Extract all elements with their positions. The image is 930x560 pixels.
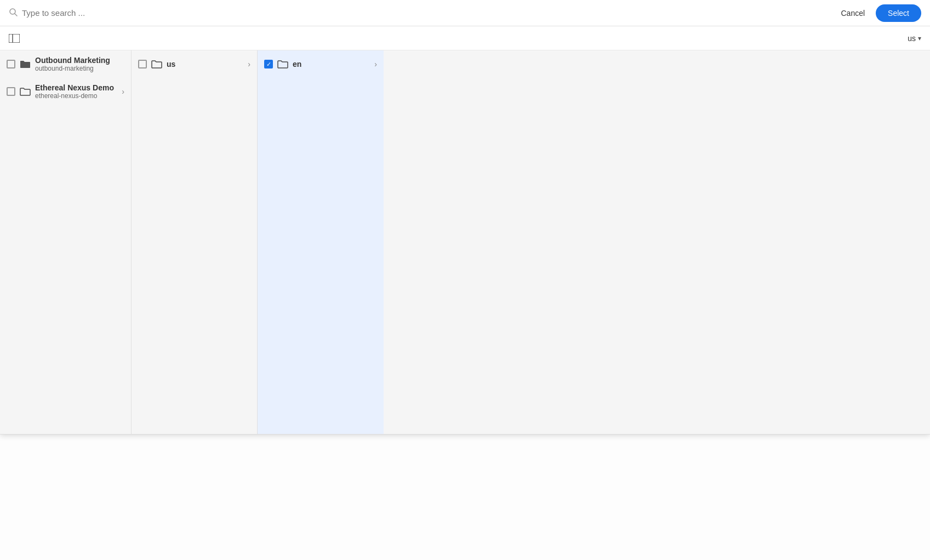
item-text-ethereal: Ethereal Nexus Demo ethereal-nexus-demo <box>35 83 117 100</box>
item-subtitle: outbound-marketing <box>35 65 124 72</box>
list-item[interactable]: Outbound Marketing outbound-marketing <box>0 50 131 78</box>
chevron-down-icon: ▾ <box>918 35 921 42</box>
column-2: us › <box>132 50 258 434</box>
column-3: en › <box>258 50 384 434</box>
breadcrumb: us ▾ <box>908 34 921 43</box>
folder-outline-icon <box>20 87 31 96</box>
list-item[interactable]: Ethereal Nexus Demo ethereal-nexus-demo … <box>0 78 131 105</box>
item-text-us: us <box>167 60 243 68</box>
svg-rect-2 <box>9 34 20 43</box>
folder-outline-icon <box>277 60 288 68</box>
column-browser: Outbound Marketing outbound-marketing Et… <box>0 50 930 434</box>
search-icon <box>9 8 18 19</box>
breadcrumb-current: us <box>908 34 916 43</box>
empty-area <box>384 50 930 434</box>
chevron-right-icon: › <box>122 87 124 96</box>
file-picker-dialog: Cancel Select us ▾ <box>0 0 930 435</box>
sidebar-toggle-icon[interactable] <box>9 34 20 43</box>
cancel-button[interactable]: Cancel <box>834 5 871 21</box>
item-name: en <box>293 60 370 68</box>
breadcrumb-bar: us ▾ <box>0 26 930 50</box>
list-item[interactable]: us › <box>132 50 257 78</box>
search-input[interactable] <box>22 8 834 18</box>
item-checkbox-us[interactable] <box>138 60 147 68</box>
item-checkbox-outbound[interactable] <box>7 60 15 68</box>
item-text-outbound: Outbound Marketing outbound-marketing <box>35 56 124 72</box>
item-name: Ethereal Nexus Demo <box>35 83 117 92</box>
item-checkbox-ethereal[interactable] <box>7 87 15 96</box>
svg-line-1 <box>15 14 17 16</box>
breadcrumb-dropdown[interactable]: us ▾ <box>908 34 921 43</box>
folder-filled-icon <box>20 60 31 68</box>
item-text-en: en <box>293 60 370 68</box>
chevron-right-icon: › <box>248 60 250 68</box>
item-checkbox-en[interactable] <box>264 60 273 68</box>
item-subtitle: ethereal-nexus-demo <box>35 92 117 100</box>
search-bar: Cancel Select <box>0 0 930 26</box>
item-name: Outbound Marketing <box>35 56 124 65</box>
column-1: Outbound Marketing outbound-marketing Et… <box>0 50 132 434</box>
dialog-actions: Cancel Select <box>834 4 921 22</box>
list-item[interactable]: en › <box>258 50 384 78</box>
chevron-right-icon: › <box>374 60 377 68</box>
folder-outline-icon <box>151 60 162 68</box>
item-name: us <box>167 60 243 68</box>
select-button[interactable]: Select <box>876 4 921 22</box>
